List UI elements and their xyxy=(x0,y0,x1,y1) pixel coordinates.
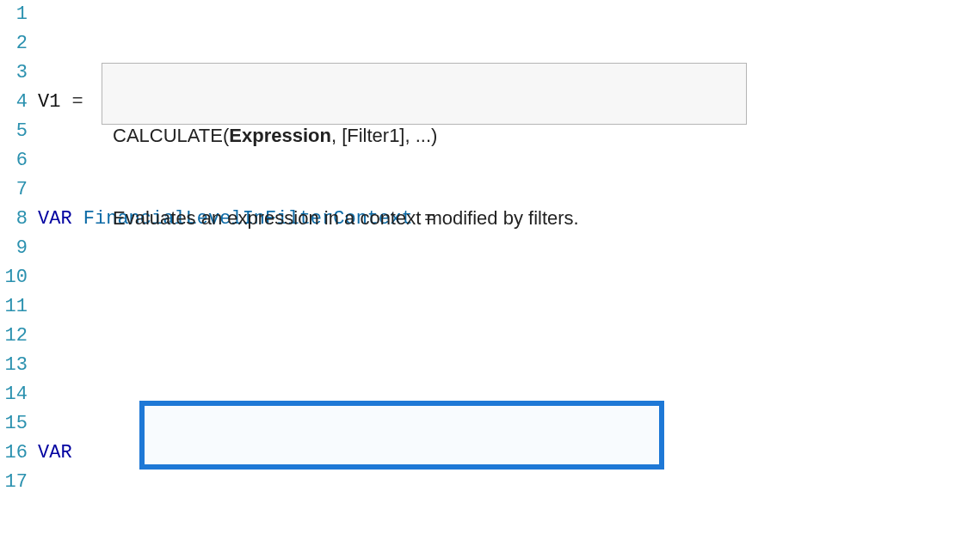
keyword: VAR xyxy=(38,208,72,230)
line-number: 5 xyxy=(0,117,28,146)
line-number: 9 xyxy=(0,234,28,263)
keyword: VAR xyxy=(38,442,72,463)
tooltip-signature: CALCULATE(Expression, [Filter1], ...) xyxy=(113,122,737,150)
line-number: 13 xyxy=(0,351,28,380)
token: V1 xyxy=(38,91,72,113)
line-number: 3 xyxy=(0,58,28,88)
code-line[interactable]: VAR xyxy=(38,439,980,468)
code-editor[interactable]: 1 2 3 4 5 6 7 8 9 10 11 12 13 14 15 16 1… xyxy=(0,0,980,534)
line-number: 11 xyxy=(0,292,28,322)
line-number: 17 xyxy=(0,468,28,497)
line-number: 6 xyxy=(0,146,28,175)
line-number: 7 xyxy=(0,175,28,205)
line-number: 16 xyxy=(0,439,28,468)
line-number: 14 xyxy=(0,380,28,409)
line-number: 15 xyxy=(0,409,28,439)
line-number: 10 xyxy=(0,263,28,292)
tooltip-sig-pre: CALCULATE( xyxy=(113,125,229,146)
line-number: 12 xyxy=(0,322,28,351)
token xyxy=(72,208,83,230)
line-number: 1 xyxy=(0,0,28,29)
line-number: 2 xyxy=(0,29,28,58)
code-line[interactable] xyxy=(38,322,980,351)
tooltip-sig-post: , [Filter1], ...) xyxy=(331,125,437,146)
tooltip-description: Evaluates an expression in a context mod… xyxy=(113,205,737,232)
line-number: 8 xyxy=(0,205,28,234)
gutter: 1 2 3 4 5 6 7 8 9 10 11 12 13 14 15 16 1… xyxy=(0,0,34,534)
code-area[interactable]: V1 = VAR FinancialLevelInFilterContext =… xyxy=(34,0,980,534)
token: = xyxy=(72,91,83,113)
line-number: 4 xyxy=(0,88,28,117)
intellisense-tooltip: CALCULATE(Expression, [Filter1], ...) Ev… xyxy=(102,63,747,125)
tooltip-sig-active-param: Expression xyxy=(229,125,331,146)
